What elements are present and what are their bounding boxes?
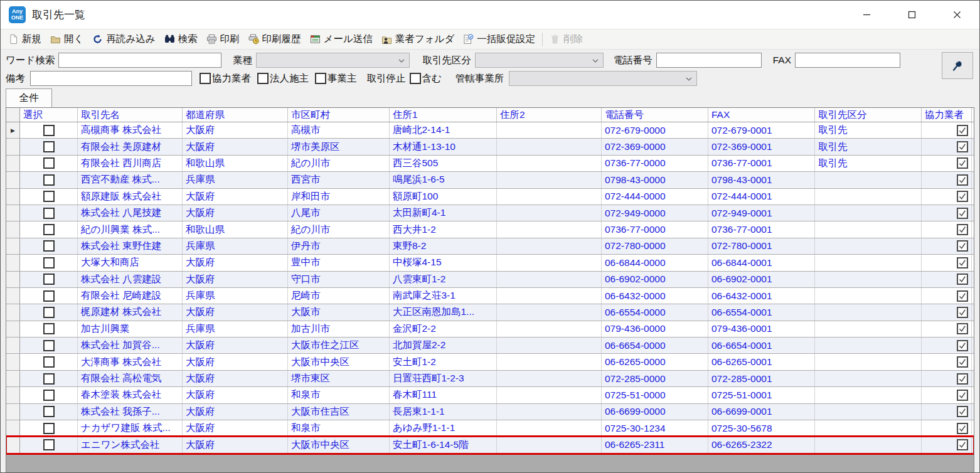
table-row[interactable]: 大塚大和商店大阪府豊中市中桜塚4-1506-6844-000006-6844-0… <box>6 255 974 271</box>
row-header-cell[interactable] <box>6 404 20 420</box>
row-select-checkbox[interactable] <box>43 257 55 268</box>
row-header-cell[interactable] <box>6 172 20 188</box>
table-row[interactable]: 株式会社 八雲建設大阪府守口市八雲東町1-206-6902-000006-690… <box>6 272 974 288</box>
row-select-checkbox[interactable] <box>43 423 55 434</box>
open-button[interactable]: 開く <box>46 31 88 48</box>
row-select-checkbox[interactable] <box>43 191 55 202</box>
cooperating-row-checkbox[interactable] <box>957 240 968 252</box>
new-button[interactable]: 新規 <box>4 31 46 48</box>
row-header-cell[interactable] <box>6 420 20 436</box>
cooperating-row-checkbox[interactable] <box>957 439 968 450</box>
row-header-cell[interactable] <box>6 321 20 337</box>
cooperating-row-checkbox[interactable] <box>957 290 968 302</box>
maximize-button[interactable] <box>889 1 934 29</box>
corporate-client-checkbox[interactable] <box>257 73 269 84</box>
send-mail-button[interactable]: メール送信 <box>306 31 377 48</box>
row-header-cell[interactable] <box>6 139 20 154</box>
row-header-cell[interactable] <box>6 304 20 320</box>
row-header-cell[interactable] <box>6 255 20 270</box>
table-row[interactable]: 有限会社 美原建材大阪府堺市美原区木材通1-13-10072-369-00000… <box>6 139 974 155</box>
row-select-checkbox[interactable] <box>43 323 55 334</box>
business-owner-checkbox[interactable] <box>315 73 326 84</box>
row-select-checkbox[interactable] <box>43 307 55 318</box>
table-row[interactable]: 有限会社 西川商店和歌山県紀の川市西三谷5050736-77-00000736-… <box>6 156 974 172</box>
row-select-checkbox[interactable] <box>43 340 55 351</box>
row-header-cell[interactable] <box>6 205 20 221</box>
row-select-checkbox[interactable] <box>43 157 55 169</box>
row-select-checkbox[interactable] <box>43 290 55 302</box>
column-header-fax[interactable]: FAX <box>708 108 815 122</box>
reload-button[interactable]: 再読み込み <box>88 31 159 48</box>
table-row[interactable]: 梶原建材 株式会社大阪府大阪市大正区南恩加島1...06-6554-000006… <box>6 304 974 321</box>
column-header-select[interactable]: 選択 <box>20 108 78 122</box>
cooperating-row-checkbox[interactable] <box>957 157 968 169</box>
cooperating-row-checkbox[interactable] <box>957 174 968 186</box>
table-row[interactable]: 有限会社 高松電気大阪府堺市東区日置荘西町1-2-3072-285-000007… <box>6 371 974 387</box>
cooperating-filter-checkbox[interactable] <box>200 73 211 84</box>
row-header-cell[interactable] <box>6 354 20 369</box>
row-select-checkbox[interactable] <box>43 274 55 285</box>
table-row[interactable]: 春木塗装 株式会社大阪府和泉市春木町1110725-51-00000725-51… <box>6 387 974 403</box>
remarks-input[interactable] <box>30 71 192 86</box>
table-row[interactable]: 額原建販 株式会社大阪府岸和田市額原町100072-444-0000072-44… <box>6 189 974 205</box>
table-row[interactable]: 大澤商事 株式会社大阪府大阪市中央区安土町1-206-6265-000006-6… <box>6 354 974 370</box>
row-select-checkbox[interactable] <box>43 208 55 219</box>
cooperating-row-checkbox[interactable] <box>957 257 968 268</box>
row-select-checkbox[interactable] <box>43 373 55 385</box>
cooperating-row-checkbox[interactable] <box>957 373 968 385</box>
suspended-include-checkbox[interactable] <box>410 73 421 84</box>
column-header-city[interactable]: 市区町村 <box>288 108 390 122</box>
cooperating-row-checkbox[interactable] <box>957 208 968 219</box>
cooperating-row-checkbox[interactable] <box>957 141 968 152</box>
row-select-checkbox[interactable] <box>43 406 55 417</box>
column-header-addr1[interactable]: 住所1 <box>390 108 497 122</box>
cooperating-row-checkbox[interactable] <box>957 356 968 368</box>
cooperating-row-checkbox[interactable] <box>957 224 968 235</box>
cooperating-row-checkbox[interactable] <box>957 390 968 401</box>
cooperating-row-checkbox[interactable] <box>957 274 968 285</box>
column-header-category[interactable]: 取引先区分 <box>815 108 922 122</box>
industry-select[interactable] <box>256 53 410 68</box>
phone-input[interactable] <box>656 53 762 68</box>
cooperating-row-checkbox[interactable] <box>957 125 968 136</box>
cooperating-row-checkbox[interactable] <box>957 423 968 434</box>
cooperating-row-checkbox[interactable] <box>957 406 968 417</box>
bulk-promo-button[interactable]: 一括販促設定 <box>459 31 540 48</box>
table-row[interactable]: 加古川興業兵庫県加古川市金沢町2-2079-436-0000079-436-00… <box>6 321 974 337</box>
row-header-cell[interactable] <box>6 288 20 304</box>
row-select-checkbox[interactable] <box>43 240 55 252</box>
table-row[interactable]: 株式会社 我孫子...大阪府大阪市住吉区長居東1-1-106-6699-0000… <box>6 404 974 420</box>
fax-input[interactable] <box>795 53 900 68</box>
row-select-checkbox[interactable] <box>43 174 55 186</box>
row-header-cell[interactable] <box>6 387 20 403</box>
close-button[interactable] <box>934 1 979 29</box>
office-select[interactable] <box>509 71 697 86</box>
table-row[interactable]: ▶高槻商事 株式会社大阪府高槻市唐崎北2-14-1072-679-0000072… <box>6 122 974 139</box>
row-select-checkbox[interactable] <box>43 390 55 401</box>
column-header-cooperating[interactable]: 協力業者 <box>922 108 972 122</box>
print-history-button[interactable]: 印刷履歴 <box>244 31 306 48</box>
pin-button[interactable] <box>942 52 973 79</box>
table-row[interactable]: 紀の川興業 株式...和歌山県紀の川市西大井1-20736-77-0000073… <box>6 221 974 238</box>
column-header-addr2[interactable]: 住所2 <box>497 108 602 122</box>
row-header-cell[interactable] <box>6 437 20 452</box>
row-select-checkbox[interactable] <box>43 141 55 152</box>
row-select-checkbox[interactable] <box>43 125 55 136</box>
search-button[interactable]: 検索 <box>160 31 202 48</box>
word-search-input[interactable] <box>58 53 221 68</box>
row-select-checkbox[interactable] <box>43 356 55 368</box>
print-button[interactable]: 印刷 <box>202 31 244 48</box>
tab-all[interactable]: 全件 <box>6 88 52 107</box>
cooperating-row-checkbox[interactable] <box>957 191 968 202</box>
column-header-name[interactable]: 取引先名 <box>78 108 183 122</box>
row-header-cell[interactable] <box>6 156 20 171</box>
vendor-folder-button[interactable]: 業者フォルダ <box>377 31 459 48</box>
cooperating-row-checkbox[interactable] <box>957 323 968 334</box>
row-header-cell[interactable] <box>6 371 20 386</box>
table-row[interactable]: 西宮不動産 株式...兵庫県西宮市鳴尾浜1-6-50798-43-0000079… <box>6 172 974 188</box>
table-row[interactable]: 株式会社 八尾技建大阪府八尾市太田新町4-1072-949-0000072-94… <box>6 205 974 221</box>
row-header-cell[interactable] <box>6 238 20 254</box>
row-header-cell[interactable] <box>6 189 20 205</box>
row-header-cell[interactable] <box>6 272 20 287</box>
table-row[interactable]: 株式会社 東野住建兵庫県伊丹市東野8-2072-780-0000072-780-… <box>6 238 974 255</box>
